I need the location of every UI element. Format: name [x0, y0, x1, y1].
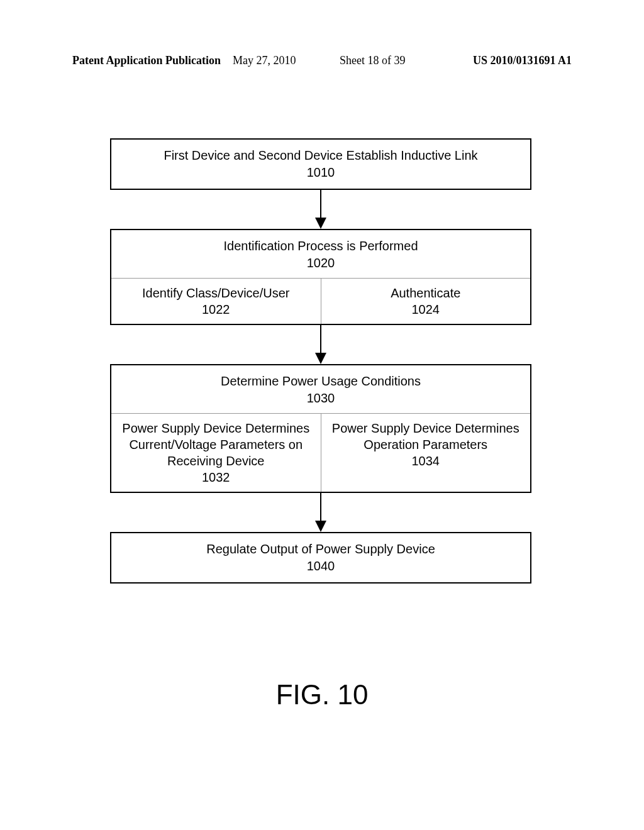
header-date: May 27, 2010	[233, 54, 296, 67]
step-1020-text: Identification Process is Performed	[118, 238, 524, 255]
step-1024-text: Authenticate	[326, 285, 526, 301]
header-sheet: Sheet 18 of 39	[340, 54, 405, 67]
step-1030: Determine Power Usage Conditions 1030 Po…	[110, 364, 531, 493]
step-1032: Power Supply Device Determines Current/V…	[111, 414, 321, 492]
header-publication: Patent Application Publication	[72, 54, 221, 67]
step-1034: Power Supply Device Determines Operation…	[321, 414, 531, 492]
step-1022-text: Identify Class/Device/User	[116, 285, 316, 301]
step-1022-num: 1022	[116, 301, 316, 318]
arrow-down-icon	[110, 190, 531, 229]
step-1030-num: 1030	[118, 390, 524, 407]
step-1034-num: 1034	[326, 453, 526, 469]
arrow-down-icon	[110, 325, 531, 364]
step-1030-text: Determine Power Usage Conditions	[118, 373, 524, 390]
step-1040: Regulate Output of Power Supply Device 1…	[110, 532, 531, 584]
step-1024-num: 1024	[326, 301, 526, 318]
flowchart: First Device and Second Device Establish…	[110, 138, 531, 584]
step-1020-num: 1020	[118, 255, 524, 272]
step-1022: Identify Class/Device/User 1022	[111, 279, 321, 324]
step-1010-text: First Device and Second Device Establish…	[118, 147, 524, 164]
header-pubnumber: US 2010/0131691 A1	[473, 54, 572, 67]
arrow-down-icon	[110, 493, 531, 532]
step-1032-num: 1032	[116, 469, 316, 485]
step-1010-num: 1010	[118, 164, 524, 181]
step-1040-text: Regulate Output of Power Supply Device	[118, 541, 524, 558]
step-1010: First Device and Second Device Establish…	[110, 138, 531, 190]
figure-label: FIG. 10	[0, 679, 644, 711]
step-1034-text: Power Supply Device Determines Operation…	[326, 420, 526, 453]
step-1040-num: 1040	[118, 558, 524, 575]
step-1020: Identification Process is Performed 1020…	[110, 229, 531, 325]
step-1024: Authenticate 1024	[321, 279, 531, 324]
step-1032-text: Power Supply Device Determines Current/V…	[116, 420, 316, 469]
